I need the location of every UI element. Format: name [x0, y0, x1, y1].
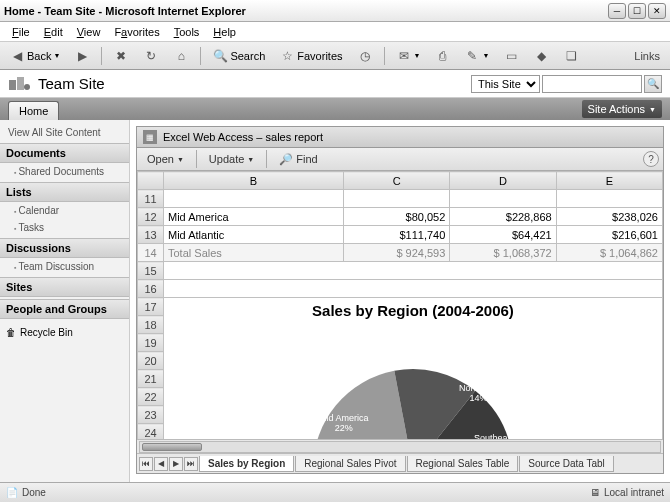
ewa-find-button[interactable]: 🔎Find [273, 151, 323, 168]
pie-slice-label: Northeast14% [459, 384, 498, 404]
webpart-title: Excel Web Access – sales report [163, 131, 323, 143]
discuss-button[interactable]: ▭ [498, 45, 524, 67]
ewa-update-menu[interactable]: Update▼ [203, 151, 260, 167]
search-input[interactable] [542, 75, 642, 93]
edit-button[interactable]: ✎▼ [459, 45, 494, 67]
menu-help[interactable]: Help [207, 24, 242, 40]
search-button[interactable]: 🔍Search [207, 45, 270, 67]
sheet-tab[interactable]: Sales by Region [199, 456, 294, 472]
browser-statusbar: 📄 Done 🖥 Local intranet [0, 482, 670, 502]
ql-item-calendar[interactable]: Calendar [0, 202, 129, 219]
ql-head-people-groups[interactable]: People and Groups [0, 299, 129, 319]
search-icon: 🔍 [212, 48, 228, 64]
status-text: Done [22, 487, 46, 498]
history-button[interactable]: ◷ [352, 45, 378, 67]
search-go-button[interactable]: 🔍 [644, 75, 662, 93]
home-button[interactable]: ⌂ [168, 45, 194, 67]
grid-row[interactable]: 11 [138, 190, 663, 208]
horizontal-scrollbar[interactable] [137, 439, 663, 453]
ewa-toolbar: Open▼ Update▼ 🔎Find ? [137, 148, 663, 171]
quick-launch: View All Site Content Documents Shared D… [0, 120, 130, 482]
tab-nav-next[interactable]: ▶ [169, 457, 183, 471]
close-button[interactable]: ✕ [648, 3, 666, 19]
zone-text: Local intranet [604, 487, 664, 498]
menu-favorites[interactable]: Favorites [108, 24, 165, 40]
print-icon: ⎙ [434, 48, 450, 64]
edit-icon: ✎ [464, 48, 480, 64]
svg-rect-0 [9, 80, 16, 90]
grid-row-total[interactable]: 14 Total Sales $ 924,593 $ 1,068,372 $ 1… [138, 244, 663, 262]
sheet-tab[interactable]: Source Data Tabl [519, 456, 614, 472]
grid-row[interactable]: 12 Mid America $80,052 $228,868 $238,026 [138, 208, 663, 226]
minimize-button[interactable]: ─ [608, 3, 626, 19]
ql-head-discussions[interactable]: Discussions [0, 238, 129, 258]
messenger-icon: ◆ [533, 48, 549, 64]
recycle-bin-icon: 🗑 [6, 327, 16, 338]
ewa-open-menu[interactable]: Open▼ [141, 151, 190, 167]
spreadsheet-grid[interactable]: B C D E 11 12 Mid America $80,052 $228,8… [137, 171, 663, 439]
sheet-tab[interactable]: Regional Sales Pivot [295, 456, 405, 472]
menu-tools[interactable]: Tools [168, 24, 206, 40]
mail-icon: ✉ [396, 48, 412, 64]
refresh-icon: ↻ [143, 48, 159, 64]
col-header-e[interactable]: E [556, 172, 662, 190]
tab-nav-prev[interactable]: ◀ [154, 457, 168, 471]
stop-button[interactable]: ✖ [108, 45, 134, 67]
site-title: Team Site [38, 75, 471, 92]
back-button[interactable]: ◀ Back ▼ [4, 45, 65, 67]
excel-icon: ▦ [143, 130, 157, 144]
binoculars-icon: 🔎 [279, 153, 293, 166]
top-nav: Home Site Actions ▼ [0, 98, 670, 120]
links-label[interactable]: Links [628, 48, 666, 64]
menu-view[interactable]: View [71, 24, 107, 40]
favorites-button[interactable]: ☆Favorites [274, 45, 347, 67]
col-header-c[interactable]: C [344, 172, 450, 190]
ql-item-tasks[interactable]: Tasks [0, 219, 129, 236]
view-all-content-link[interactable]: View All Site Content [0, 124, 129, 141]
recycle-bin-link[interactable]: 🗑 Recycle Bin [0, 323, 129, 342]
col-header-b[interactable]: B [164, 172, 344, 190]
history-icon: ◷ [357, 48, 373, 64]
menu-file[interactable]: File [6, 24, 36, 40]
ql-head-sites[interactable]: Sites [0, 277, 129, 297]
research-button[interactable]: ❏ [558, 45, 584, 67]
sheet-tab[interactable]: Regional Sales Table [407, 456, 519, 472]
select-all-cell[interactable] [138, 172, 164, 190]
tab-nav-last[interactable]: ⏭ [184, 457, 198, 471]
sheet-tab-strip: ⏮ ◀ ▶ ⏭ Sales by Region Regional Sales P… [137, 453, 663, 473]
search-scope-select[interactable]: This Site [471, 75, 540, 93]
mail-button[interactable]: ✉▼ [391, 45, 426, 67]
scrollbar-thumb[interactable] [142, 443, 202, 451]
back-icon: ◀ [9, 48, 25, 64]
ql-head-documents[interactable]: Documents [0, 143, 129, 163]
svg-point-2 [24, 84, 30, 90]
site-actions-menu[interactable]: Site Actions ▼ [582, 100, 662, 118]
tab-nav-first[interactable]: ⏮ [139, 457, 153, 471]
messenger-button[interactable]: ◆ [528, 45, 554, 67]
col-header-d[interactable]: D [450, 172, 556, 190]
chevron-down-icon: ▼ [649, 106, 656, 113]
refresh-button[interactable]: ↻ [138, 45, 164, 67]
ql-item-team-discussion[interactable]: Team Discussion [0, 258, 129, 275]
site-header: Team Site This Site 🔍 [0, 70, 670, 98]
ewa-help-button[interactable]: ? [643, 151, 659, 167]
page-icon: 📄 [6, 487, 18, 498]
menu-edit[interactable]: Edit [38, 24, 69, 40]
menubar: File Edit View Favorites Tools Help [0, 22, 670, 42]
forward-button[interactable]: ▶ [69, 45, 95, 67]
maximize-button[interactable]: ☐ [628, 3, 646, 19]
print-button[interactable]: ⎙ [429, 45, 455, 67]
tab-home[interactable]: Home [8, 101, 59, 120]
pie-slice-label: Southeast12% [474, 434, 515, 439]
svg-rect-1 [17, 77, 24, 90]
grid-row[interactable]: 13 Mid Atlantic $111,740 $64,421 $216,60… [138, 226, 663, 244]
grid-row[interactable]: 16 [138, 280, 663, 298]
magnifier-icon: 🔍 [647, 78, 659, 89]
ql-head-lists[interactable]: Lists [0, 182, 129, 202]
back-label: Back [27, 50, 51, 62]
grid-row[interactable]: 17 Sales by Region (2004-2006) [138, 298, 663, 316]
ql-item-shared-documents[interactable]: Shared Documents [0, 163, 129, 180]
grid-row[interactable]: 15 [138, 262, 663, 280]
content-area: ▦ Excel Web Access – sales report Open▼ … [130, 120, 670, 482]
embedded-chart: Sales by Region (2004-2006) [164, 298, 663, 440]
